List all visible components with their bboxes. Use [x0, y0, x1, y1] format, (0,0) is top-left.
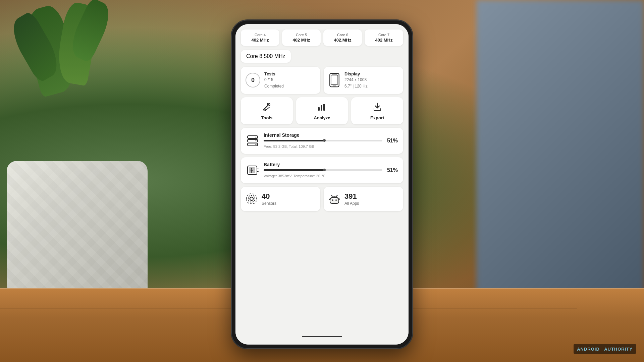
export-button[interactable]: Export	[351, 97, 403, 124]
svg-point-16	[256, 140, 257, 141]
svg-rect-1	[331, 75, 338, 85]
sensors-info: 40 Sensors	[262, 192, 276, 206]
svg-point-26	[335, 199, 337, 201]
tests-title: Tests	[264, 71, 284, 76]
storage-details: Free: 53.2 GB, Total: 109.7 GB	[264, 144, 314, 148]
watermark-domain: AUTHORITY	[604, 347, 633, 352]
display-icon	[328, 73, 340, 87]
core-8-label: Core 8	[246, 53, 262, 59]
tools-label: Tools	[244, 115, 290, 120]
watermark-brand: ANDROID	[577, 347, 600, 352]
tests-count: 0	[251, 77, 255, 84]
display-resolution: 2244 x 1008	[344, 77, 368, 83]
core-8-value: 500 MHz	[264, 53, 285, 59]
core-8-chip: Core 8 500 MHz	[241, 50, 291, 63]
all-apps-card[interactable]: 391 All Apps	[324, 187, 403, 211]
core-7-label: Core 7	[367, 33, 400, 37]
actions-row: Tools Analyze	[241, 97, 403, 124]
battery-info: Battery Voltage: 3853mV, Temperature: 26…	[264, 162, 382, 179]
battery-icon	[246, 163, 259, 177]
svg-point-22	[250, 197, 253, 200]
watermark-box: ANDROID AUTHORITY	[574, 344, 636, 354]
storage-info: Internal Storage Free: 53.2 GB, Total: 1…	[264, 132, 382, 149]
watermark: ANDROID AUTHORITY	[574, 344, 636, 354]
display-specs: 6.7" | 120 Hz	[344, 83, 368, 89]
info-row: 0 Tests 0 /15 Completed	[241, 67, 403, 94]
android-icon	[328, 193, 340, 205]
battery-progress-bar	[264, 169, 382, 171]
storage-title: Internal Storage	[264, 132, 382, 138]
tests-completed: Completed	[264, 83, 284, 89]
core-6-chip: Core 6 402.MHz	[323, 29, 362, 46]
battery-progress-dot	[323, 169, 326, 171]
tests-circle: 0	[246, 73, 260, 87]
all-apps-label: All Apps	[344, 201, 359, 206]
display-info: Display 2244 x 1008 6.7" | 120 Hz	[344, 71, 368, 89]
phone-device-wrapper: Core 4 402 MHz Core 5 402 MHz Core 6 402…	[228, 0, 416, 362]
analyze-icon	[299, 103, 345, 113]
all-apps-info: 391 All Apps	[344, 192, 359, 206]
sensors-count: 40	[262, 192, 276, 201]
export-label: Export	[354, 115, 400, 120]
tests-subtitle: 0 /15	[264, 77, 284, 83]
core-6-value: 402.MHz	[326, 38, 359, 43]
svg-line-28	[339, 199, 340, 200]
svg-point-25	[332, 199, 333, 201]
core-4-label: Core 4	[244, 33, 277, 37]
all-apps-count: 391	[344, 192, 359, 201]
svg-line-27	[329, 199, 330, 200]
sensors-label: Sensors	[262, 201, 276, 206]
storage-progress-dot	[323, 139, 326, 142]
core-7-chip: Core 7 402 MHz	[365, 29, 403, 46]
battery-details: Voltage: 3853mV, Temperature: 26 ℃	[264, 174, 325, 178]
svg-rect-9	[318, 107, 320, 111]
core-6-label: Core 6	[326, 33, 359, 37]
storage-progress-bar	[264, 140, 382, 141]
tests-card[interactable]: 0 Tests 0 /15 Completed	[241, 67, 320, 94]
core-5-label: Core 5	[285, 33, 318, 37]
display-card[interactable]: Display 2244 x 1008 6.7" | 120 Hz	[324, 67, 403, 94]
svg-point-15	[256, 136, 257, 137]
tests-info: Tests 0 /15 Completed	[264, 71, 284, 89]
home-indicator	[302, 336, 342, 337]
core-4-value: 402 MHz	[244, 38, 277, 43]
svg-rect-11	[323, 104, 325, 111]
svg-point-31	[331, 195, 332, 196]
sensors-card[interactable]: 40 Sensors	[241, 187, 320, 211]
battery-title: Battery	[264, 162, 382, 167]
storage-card[interactable]: Internal Storage Free: 53.2 GB, Total: 1…	[241, 128, 403, 154]
analyze-label: Analyze	[299, 115, 345, 120]
watermark-text: ANDROID AUTHORITY	[577, 347, 633, 352]
core8-row: Core 8 500 MHz	[241, 50, 403, 63]
tools-icon	[244, 103, 290, 113]
core-4-chip: Core 4 402 MHz	[241, 29, 279, 46]
storage-progress-fill	[264, 140, 324, 141]
svg-point-32	[337, 195, 338, 196]
tools-button[interactable]: Tools	[241, 97, 293, 124]
export-icon	[354, 103, 400, 113]
svg-point-8	[264, 109, 266, 111]
storage-icon	[246, 134, 259, 148]
svg-point-17	[256, 144, 257, 145]
core-7-value: 402 MHz	[367, 38, 400, 43]
battery-percent: 51%	[387, 167, 398, 173]
display-title: Display	[344, 71, 368, 76]
analyze-button[interactable]: Analyze	[296, 97, 348, 124]
svg-rect-10	[321, 105, 322, 111]
sensors-icon	[246, 193, 258, 205]
screen-content: Core 4 402 MHz Core 5 402 MHz Core 6 402…	[235, 24, 409, 345]
core-5-chip: Core 5 402 MHz	[282, 29, 321, 46]
stats-row: 40 Sensors	[241, 187, 403, 211]
core-5-value: 402 MHz	[285, 38, 318, 43]
storage-percent: 51%	[387, 138, 398, 144]
phone-screen: Core 4 402 MHz Core 5 402 MHz Core 6 402…	[235, 24, 409, 345]
phone-device: Core 4 402 MHz Core 5 402 MHz Core 6 402…	[231, 20, 413, 349]
battery-card[interactable]: Battery Voltage: 3853mV, Temperature: 26…	[241, 157, 403, 183]
cores-row: Core 4 402 MHz Core 5 402 MHz Core 6 402…	[241, 29, 403, 46]
svg-rect-24	[330, 199, 339, 203]
battery-progress-fill	[264, 169, 324, 171]
